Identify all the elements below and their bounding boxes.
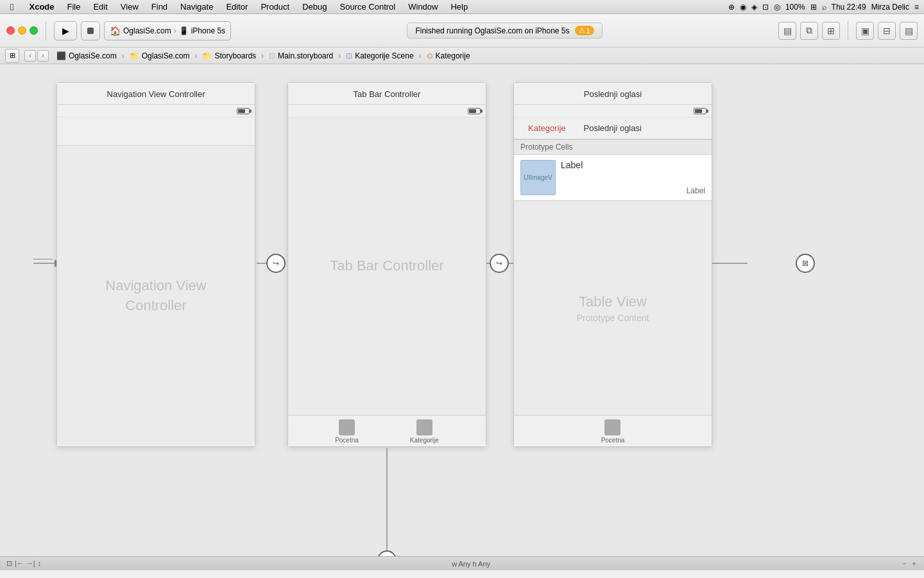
inspector-button[interactable]: ▤ [900,22,918,40]
tab-kategorije-label: Kategorije [410,437,439,444]
debug-menu[interactable]: Debug [297,0,332,14]
editor-standard-button[interactable]: ▤ [778,22,796,40]
warning-badge[interactable]: ⚠ 1 [575,26,594,35]
table-tab-icon [604,419,620,435]
breadcrumb-scene-name: Kategorije Scene [355,51,413,60]
breadcrumb: ⊞ ‹ › ⬛ OglasiSe.com › 📁 OglasiSe.com › … [0,48,924,64]
view-menu[interactable]: View [116,0,144,14]
seg-poslednji[interactable]: Poslednji oglasi [576,121,649,135]
help-menu[interactable]: Help [445,0,473,14]
minimize-button[interactable] [18,26,26,35]
breadcrumb-sep-3: › [261,51,264,60]
breadcrumb-class-name: Kategorije [436,51,470,60]
breadcrumb-sep-5: › [419,51,422,60]
product-menu[interactable]: Product [255,0,295,14]
grid-view-button[interactable]: ⊞ [5,49,19,63]
tab-item-kategorije[interactable]: Kategorije [410,419,439,444]
airplay-icon: ⊕ [728,3,735,12]
zoom-in-icon[interactable]: ＋ [911,559,918,568]
file-menu[interactable]: File [62,0,86,14]
battery-label: 100% [785,3,805,12]
nav-header-bar [57,118,255,146]
editor-version-button[interactable]: ⊞ [822,22,840,40]
breadcrumb-storyboard-file[interactable]: ⊡ Main.storyboard [266,50,336,62]
breadcrumb-folder-name: OglasiSe.com [142,51,190,60]
breadcrumb-storyboards[interactable]: 📁 Storyboards [200,50,259,62]
scheme-selector[interactable]: 🏠 OglasiSe.com › 📱 iPhone 5s [104,21,231,40]
back-button[interactable]: ‹ [24,50,36,62]
tab-item-pocetna[interactable]: Pocetna [335,419,359,444]
cell-label-top: Label [561,160,705,170]
scene-icon: ⊡ [346,51,352,60]
forward-button[interactable]: › [37,50,49,62]
breadcrumb-project[interactable]: ⬛ OglasiSe.com [54,50,119,62]
edit-menu[interactable]: Edit [88,0,112,14]
nav-arrows: ‹ › [24,50,49,62]
tab-battery-icon [468,108,481,114]
search-icon[interactable]: ⌕ [822,3,826,12]
warning-icon: ⚠ [579,26,585,35]
segue-tab-table[interactable]: ↪ [490,254,509,273]
stop-button[interactable] [81,21,100,40]
bottom-bar: ⊡ |← →| ↕ w Any h Any － ＋ [0,556,924,570]
table-tab-pocetna[interactable]: Pocetna [601,419,625,444]
resize-icon[interactable]: ⊡ [6,559,12,568]
breadcrumb-folder[interactable]: 📁 OglasiSe.com [127,50,193,62]
segue-exit[interactable]: ⊠ [796,254,815,273]
breadcrumb-sep-2: › [194,51,197,60]
close-button[interactable] [6,26,15,35]
tab-kategorije-icon [416,419,432,435]
nav-battery-icon [237,108,250,114]
screen-icon: ⊡ [762,3,769,12]
run-button[interactable]: ▶ [54,21,77,40]
tab-controller-label: Tab Bar Controller [330,256,443,276]
window-menu[interactable]: Window [403,0,443,14]
finder-icon: ◈ [751,3,757,12]
debug-button[interactable]: ⊟ [878,22,896,40]
seg-kategorije[interactable]: Kategorije [520,121,574,135]
nav-status-bar [57,105,255,118]
cast-icon: ◉ [740,3,746,12]
keyboard-icon: ⊞ [810,3,817,12]
size-display-right: ↕ [38,559,42,568]
table-tab-bar: Pocetna [514,415,712,446]
storyboards-icon: 📁 [202,51,212,60]
table-tab-label: Pocetna [601,437,625,444]
app-icon: 🏠 [110,26,121,36]
navigate-menu[interactable]: Navigate [175,0,218,14]
breadcrumb-scene[interactable]: ⊡ Kategorije Scene [343,50,416,62]
nav-controller-title: Navigation View Controller [57,83,255,105]
prototype-cell-row: UIImageV Label Label [514,155,712,201]
source-control-menu[interactable]: Source Control [335,0,401,14]
size-label: w Any h Any [452,560,490,568]
tab-bar: Pocetna Kategorije [288,415,486,446]
main-canvas: Navigation View Controller Navigation Vi… [0,64,924,570]
xcode-menu[interactable]: Xcode [24,0,59,14]
wifi-icon: ◎ [774,3,780,12]
maximize-button[interactable] [30,26,38,35]
editor-assistant-button[interactable]: ⧉ [800,22,818,40]
exit-icon: ⊠ [802,259,809,268]
status-text: Finished running OglasiSe.com on iPhone … [415,26,569,35]
tab-status-bar [288,105,486,118]
navigator-button[interactable]: ▣ [856,22,874,40]
prototype-content-label: Prototype Content [577,313,649,323]
table-controller-title: Poslednji oglasi [514,83,712,105]
toolbar-right: ▤ ⧉ ⊞ ▣ ⊟ ▤ [778,21,918,40]
apple-menu[interactable]:  [5,0,19,14]
cell-labels: Label Label [561,160,705,195]
list-icon[interactable]: ≡ [914,3,919,12]
zoom-out-icon[interactable]: － [901,559,908,568]
table-battery-icon [694,108,706,114]
segue-nav-tab[interactable]: ↪ [266,254,286,273]
tab-pocetna-icon [339,419,355,435]
status-pill: Finished running OglasiSe.com on iPhone … [407,22,602,39]
toolbar-divider-2 [848,21,848,40]
breadcrumb-class[interactable]: ⊙ Kategorije [424,50,473,62]
find-menu[interactable]: Find [146,0,173,14]
editor-menu[interactable]: Editor [221,0,253,14]
warning-count: 1 [586,27,590,35]
table-content-area: Table View Prototype Content [514,201,712,415]
tab-pocetna-label: Pocetna [335,437,359,444]
initial-arrow [33,259,53,259]
